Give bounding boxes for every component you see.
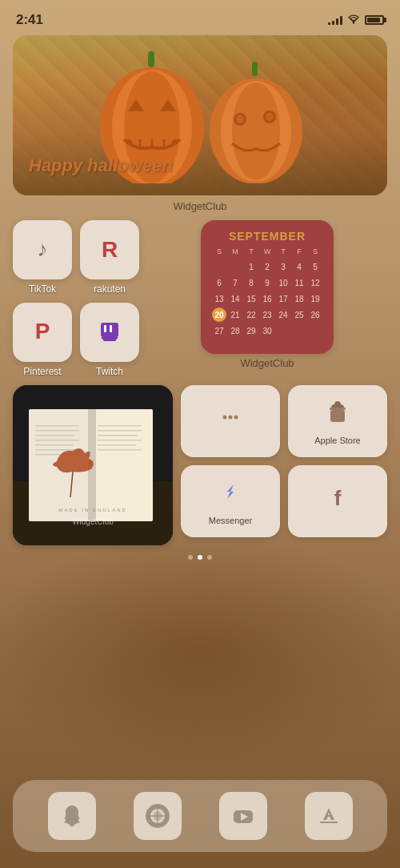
cal-day-24[interactable]: 24 xyxy=(276,307,290,322)
cal-day-21[interactable]: 21 xyxy=(228,307,242,322)
cal-day-30[interactable]: 30 xyxy=(260,323,274,338)
cal-day-22[interactable]: 22 xyxy=(244,307,258,322)
cal-header-s1: S xyxy=(212,247,226,258)
cal-day-12[interactable]: 12 xyxy=(308,275,322,290)
pinterest-icon: P xyxy=(13,303,72,362)
cal-day-6[interactable]: 6 xyxy=(212,275,226,290)
cal-day-3[interactable]: 3 xyxy=(276,259,290,274)
cal-day-11[interactable]: 11 xyxy=(292,275,306,290)
facebook-icon: f xyxy=(323,484,352,519)
messenger-label: Messenger xyxy=(209,516,252,525)
pinterest-app-icon[interactable]: P Pinterest xyxy=(13,303,72,377)
messages-icon xyxy=(216,404,245,439)
twitch-app-icon[interactable]: Twitch xyxy=(80,303,139,377)
signal-bar-3 xyxy=(336,18,338,25)
calendar-grid: S M T W T F S 1 2 3 4 5 6 xyxy=(212,247,322,338)
svg-rect-25 xyxy=(104,325,106,332)
svg-marker-27 xyxy=(101,337,118,341)
status-icons xyxy=(328,14,384,26)
battery-icon xyxy=(365,15,384,25)
twitch-icon xyxy=(80,303,139,362)
cal-day-27[interactable]: 27 xyxy=(212,323,226,338)
svg-rect-44 xyxy=(98,440,142,441)
left-app-col: ♪ TikTok P Pinterest xyxy=(13,220,72,377)
messages-widget[interactable] xyxy=(181,385,280,457)
halloween-widget-label: WidgetClub xyxy=(13,200,387,212)
svg-rect-53 xyxy=(330,408,346,410)
cal-day-18[interactable]: 18 xyxy=(292,291,306,306)
cal-day-28[interactable]: 28 xyxy=(228,323,242,338)
cal-day-5[interactable]: 5 xyxy=(308,259,322,274)
battery-fill xyxy=(367,18,380,22)
svg-rect-37 xyxy=(35,440,79,441)
page-dot-1[interactable] xyxy=(188,555,193,560)
rakuten-app-icon[interactable]: R rakuten xyxy=(80,220,139,295)
signal-bar-4 xyxy=(340,16,342,25)
cal-day-19[interactable]: 19 xyxy=(308,291,322,306)
cal-day-13[interactable]: 13 xyxy=(212,291,226,306)
svg-point-51 xyxy=(229,415,233,419)
pinterest-label: Pinterest xyxy=(23,366,61,377)
svg-point-15 xyxy=(232,82,280,180)
svg-text:R: R xyxy=(102,237,118,262)
halloween-widget[interactable]: Happy halloween xyxy=(13,35,387,195)
cal-day-15[interactable]: 15 xyxy=(244,291,258,306)
messenger-widget[interactable]: Messenger xyxy=(181,465,280,537)
content: Happy halloween WidgetClub ♪ TikTok P xyxy=(0,35,400,560)
cal-day-2[interactable]: 2 xyxy=(260,259,274,274)
cal-day-4[interactable]: 4 xyxy=(292,259,306,274)
calendar-widget[interactable]: SEPTEMBER S M T W T F S 1 2 3 4 xyxy=(201,220,334,354)
svg-rect-38 xyxy=(35,444,74,446)
apple-store-widget[interactable]: Apple Store xyxy=(288,385,387,457)
small-widgets-col: Apple Store Messeng xyxy=(181,385,387,545)
signal-bar-1 xyxy=(328,22,330,25)
svg-text:MADE IN ENGLAND: MADE IN ENGLAND xyxy=(58,508,127,512)
svg-text:♪: ♪ xyxy=(38,237,48,261)
twitch-label: Twitch xyxy=(96,366,123,377)
cal-day-1[interactable]: 1 xyxy=(244,259,258,274)
page-dot-3[interactable] xyxy=(207,555,212,560)
facebook-widget[interactable]: f xyxy=(288,465,387,537)
svg-point-0 xyxy=(353,22,354,23)
page-dot-2[interactable] xyxy=(198,555,202,560)
svg-rect-41 xyxy=(98,425,142,427)
svg-rect-34 xyxy=(35,425,79,427)
apple-store-icon xyxy=(323,398,352,432)
svg-point-50 xyxy=(223,415,227,419)
halloween-text: Happy halloween xyxy=(29,155,173,176)
cal-day-25[interactable]: 25 xyxy=(292,307,306,322)
svg-rect-1 xyxy=(148,51,154,67)
rakuten-icon: R xyxy=(80,220,139,279)
wifi-icon xyxy=(347,14,360,26)
cal-day-29[interactable]: 29 xyxy=(244,323,258,338)
cal-day-16[interactable]: 16 xyxy=(260,291,274,306)
cal-header-w: W xyxy=(260,247,274,258)
calendar-month: SEPTEMBER xyxy=(212,230,322,243)
svg-rect-39 xyxy=(35,449,79,451)
tiktok-label: TikTok xyxy=(29,283,56,295)
signal-bar-2 xyxy=(332,21,334,25)
cal-day-14[interactable]: 14 xyxy=(228,291,242,306)
cal-header-m: M xyxy=(228,247,242,258)
apple-store-label: Apple Store xyxy=(314,436,360,445)
cal-day-17[interactable]: 17 xyxy=(276,291,290,306)
cal-day-23[interactable]: 23 xyxy=(260,307,274,322)
cal-day-7[interactable]: 7 xyxy=(228,275,242,290)
svg-text:WidgetClub: WidgetClub xyxy=(72,517,114,526)
cal-header-f: F xyxy=(292,247,306,258)
cal-header-t2: T xyxy=(276,247,290,258)
cal-day-26[interactable]: 26 xyxy=(308,307,322,322)
svg-rect-45 xyxy=(98,444,136,446)
cal-day-10[interactable]: 10 xyxy=(276,275,290,290)
svg-rect-43 xyxy=(98,435,138,436)
cal-day-20-today[interactable]: 20 xyxy=(212,307,226,322)
book-widget[interactable]: MADE IN ENGLAND WidgetClub xyxy=(13,385,173,545)
book-widget-col: MADE IN ENGLAND WidgetClub xyxy=(13,385,173,545)
small-widgets-row-2: Messenger f xyxy=(181,465,387,537)
svg-rect-35 xyxy=(35,430,79,432)
cal-day-8[interactable]: 8 xyxy=(244,275,258,290)
middle-row: MADE IN ENGLAND WidgetClub xyxy=(13,385,387,545)
cal-day-9[interactable]: 9 xyxy=(260,275,274,290)
calendar-col: SEPTEMBER S M T W T F S 1 2 3 4 xyxy=(147,220,387,377)
tiktok-app-icon[interactable]: ♪ TikTok xyxy=(13,220,72,295)
